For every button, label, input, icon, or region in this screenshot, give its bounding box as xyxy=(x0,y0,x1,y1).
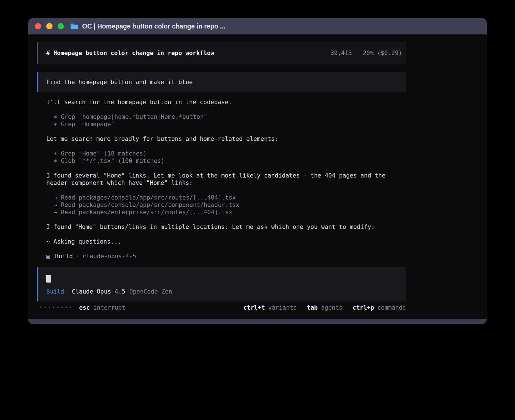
status-line: ~ Asking questions... xyxy=(46,238,396,245)
hint-interrupt: escinterrupt xyxy=(79,304,125,311)
terminal-window: OC | Homepage button color change in rep… xyxy=(28,18,487,324)
hint-label: agents xyxy=(321,304,342,311)
tool-arrow-icon: → xyxy=(54,202,57,208)
window-bottom-frame xyxy=(28,319,487,324)
traffic-lights xyxy=(35,23,64,29)
separator-dot: · xyxy=(76,253,80,260)
agent-square-icon: ▣ xyxy=(46,253,50,260)
terminal-content: # Homepage button color change in repo w… xyxy=(28,34,487,319)
tool-call-group: ∗Grep "homepage|home.*button|Home.*butto… xyxy=(46,113,396,128)
close-button[interactable] xyxy=(35,23,41,29)
hint-label: variants xyxy=(268,304,297,311)
hint-variants: ctrl+tvariants xyxy=(243,304,297,311)
assistant-paragraph: I'll search for the homepage button in t… xyxy=(46,99,396,106)
tool-call-text: Read packages/enterprise/src/routes/[...… xyxy=(61,209,232,216)
tool-call-text: Read packages/console/app/src/component/… xyxy=(61,202,239,208)
folder-icon xyxy=(70,23,78,30)
tool-call-read: →Read packages/console/app/src/routes/[.… xyxy=(46,194,396,201)
key-ctrl-p: ctrl+p xyxy=(353,304,374,311)
key-tab: tab xyxy=(307,304,318,311)
hint-label: interrupt xyxy=(93,304,125,311)
user-message-text: Find the homepage button and make it blu… xyxy=(46,78,193,86)
user-message: Find the homepage button and make it blu… xyxy=(37,72,406,92)
tool-call-text: Grep "Homepage" xyxy=(61,121,115,128)
tool-call-text: Glob "**/*.tsx" (100 matches) xyxy=(61,158,165,164)
hint-agents: tabagents xyxy=(307,304,342,311)
tool-call-text: Read packages/console/app/src/routes/[..… xyxy=(61,194,236,201)
tool-call-read: →Read packages/console/app/src/component… xyxy=(46,201,396,209)
tool-call-text: Grep "Home" (18 matches) xyxy=(61,150,147,157)
status-bar: •••••••• escinterrupt ctrl+tvariants tab… xyxy=(37,304,406,311)
prompt-input[interactable]: BuildClaude Opus 4.5OpenCode Zen xyxy=(37,267,406,301)
session-header: # Homepage button color change in repo w… xyxy=(37,42,406,64)
assistant-paragraph: I found "Home" buttons/links in multiple… xyxy=(46,223,396,231)
hint-commands: ctrl+pcommands xyxy=(353,304,406,311)
context-usage: 20% ($0.29) xyxy=(363,50,402,56)
window-title: OC | Homepage button color change in rep… xyxy=(82,23,225,30)
maximize-button[interactable] xyxy=(58,23,64,29)
provider-label: OpenCode Zen xyxy=(129,288,172,295)
titlebar[interactable]: OC | Homepage button color change in rep… xyxy=(28,18,487,34)
agent-name: Build xyxy=(55,253,73,260)
tool-bullet-icon: ∗ xyxy=(54,121,57,128)
model-label: Claude Opus 4.5 xyxy=(72,288,125,295)
tool-call-group: →Read packages/console/app/src/routes/[.… xyxy=(46,194,396,216)
tool-call-glob: ∗Glob "**/*.tsx" (100 matches) xyxy=(46,157,396,165)
assistant-paragraph: I found several "Home" links. Let me loo… xyxy=(46,172,396,187)
tool-call-grep: ∗Grep "homepage|home.*button|Home.*butto… xyxy=(46,113,396,121)
tool-bullet-icon: ∗ xyxy=(54,158,57,164)
transcript: I'll search for the homepage button in t… xyxy=(37,99,406,260)
key-ctrl-t: ctrl+t xyxy=(243,304,265,311)
minimize-button[interactable] xyxy=(46,23,53,29)
tool-arrow-icon: → xyxy=(54,209,57,216)
tool-call-group: ∗Grep "Home" (18 matches) ∗Glob "**/*.ts… xyxy=(46,150,396,165)
tool-bullet-icon: ∗ xyxy=(54,150,57,157)
hint-label: commands xyxy=(377,304,406,311)
tool-call-read: →Read packages/enterprise/src/routes/[..… xyxy=(46,209,396,216)
agent-model: claude-opus-4-5 xyxy=(83,253,136,260)
tool-call-grep: ∗Grep "Home" (18 matches) xyxy=(46,150,396,157)
agent-line: ▣ Build · claude-opus-4-5 xyxy=(46,253,396,260)
session-title: # Homepage button color change in repo w… xyxy=(46,49,214,57)
assistant-paragraph: Let me search more broadly for buttons a… xyxy=(46,135,396,143)
status-bar-left: •••••••• escinterrupt xyxy=(40,304,125,311)
token-count: 39,413 xyxy=(330,50,352,56)
text-cursor xyxy=(46,275,51,283)
tool-arrow-icon: → xyxy=(54,194,57,201)
key-esc: esc xyxy=(79,304,90,311)
mode-label: Build xyxy=(46,288,64,295)
tool-bullet-icon: ∗ xyxy=(54,113,57,120)
session-stats: 39,413 20% ($0.29) xyxy=(330,49,402,57)
tool-call-text: Grep "homepage|home.*button|Home.*button… xyxy=(61,113,207,120)
tool-call-grep: ∗Grep "Homepage" xyxy=(46,121,396,128)
spinner-dots: •••••••• xyxy=(40,304,73,311)
status-bar-right: ctrl+tvariants tabagents ctrl+pcommands xyxy=(243,304,406,311)
input-meta: BuildClaude Opus 4.5OpenCode Zen xyxy=(46,288,398,295)
